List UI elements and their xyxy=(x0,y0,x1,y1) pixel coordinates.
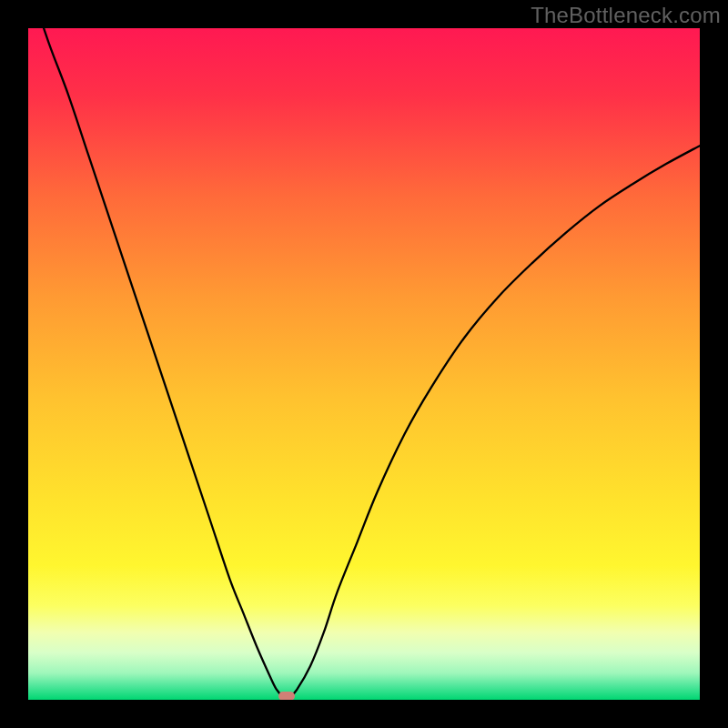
watermark-text: TheBottleneck.com xyxy=(531,3,721,28)
plot-area xyxy=(28,28,700,700)
chart-frame: TheBottleneck.com xyxy=(0,0,728,728)
sweet-spot-marker xyxy=(278,692,295,700)
bottleneck-curve xyxy=(28,28,700,700)
